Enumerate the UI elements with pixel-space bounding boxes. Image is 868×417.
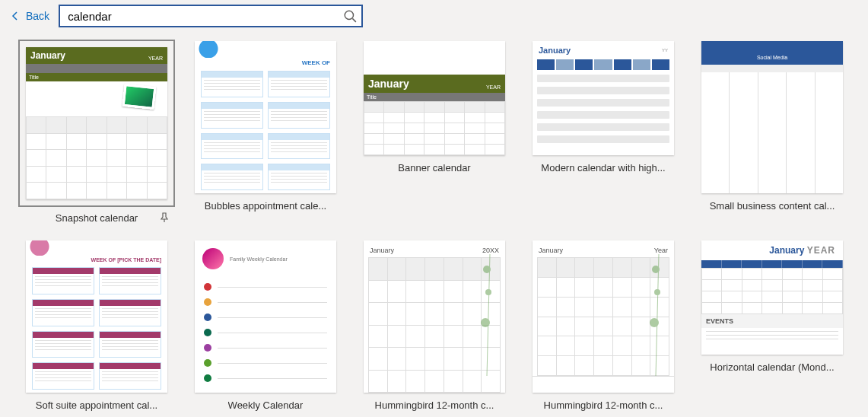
template-label: Soft suite appointment cal... — [36, 399, 157, 411]
svg-point-6 — [650, 318, 659, 327]
search-input[interactable] — [59, 5, 363, 27]
svg-point-0 — [345, 11, 353, 19]
search-box — [59, 5, 363, 27]
template-label: Hummingbird 12-month c... — [544, 399, 663, 411]
template-card-modern[interactable]: JanuaryYY Modern calendar with high... — [523, 40, 683, 228]
template-card-hummingbird-a[interactable]: January20XX Hummingbird 12-month c... — [355, 239, 514, 415]
thumb-year: 20XX — [482, 247, 499, 254]
svg-point-5 — [654, 289, 660, 295]
thumb-year: YEAR — [807, 245, 835, 256]
svg-point-3 — [481, 318, 490, 327]
template-card-bubbles[interactable]: WEEK OF Bubbles appointment cale... — [186, 40, 345, 228]
template-label: Snapshot calendar — [56, 212, 138, 224]
template-label: Bubbles appointment cale... — [205, 200, 326, 212]
back-button[interactable]: Back — [9, 10, 49, 22]
svg-point-2 — [485, 289, 491, 295]
thumb-weekof: WEEK OF — [195, 58, 336, 68]
template-card-snapshot[interactable]: JanuaryYEAR Title Snapshot calendar — [17, 40, 176, 228]
svg-point-1 — [483, 266, 491, 273]
thumb-month: January — [368, 78, 409, 90]
thumb-events: EVENTS — [701, 314, 843, 328]
thumb-year: Year — [654, 247, 668, 254]
thumb-avatar — [202, 248, 224, 269]
thumb-month: January — [30, 50, 65, 61]
template-label: Horizontal calendar (Mond... — [710, 361, 834, 373]
template-card-softsuite[interactable]: WEEK OF [PICK THE DATE] Soft suite appoi… — [17, 239, 176, 415]
thumb-month: January — [539, 46, 571, 55]
thumb-title: Title — [26, 73, 167, 81]
header: Back — [0, 0, 868, 35]
thumb-weekly-title: Family Weekly Calendar — [230, 256, 288, 262]
template-label: Modern calendar with high... — [541, 162, 665, 173]
back-label: Back — [26, 10, 49, 22]
pin-icon[interactable] — [158, 212, 170, 224]
template-card-hummingbird-b[interactable]: JanuaryYear Hummingbird 12-month c... — [523, 239, 683, 415]
thumb-month: January — [370, 247, 394, 254]
template-card-horizontal[interactable]: January YEAR EVENTS Horizontal calendar … — [692, 239, 852, 415]
template-label: Hummingbird 12-month c... — [375, 399, 494, 411]
template-label: Small business content cal... — [710, 200, 835, 212]
template-card-smallbiz[interactable]: Social Media Small business content cal.… — [692, 40, 852, 228]
thumb-social: Social Media — [757, 55, 787, 60]
thumb-photo — [122, 84, 157, 110]
thumb-year: YEAR — [486, 84, 501, 90]
hummingbird-icon — [466, 254, 496, 376]
template-card-weekly[interactable]: Family Weekly Calendar Weekly Calendar — [186, 239, 345, 415]
search-icon[interactable] — [343, 9, 357, 23]
template-label: Weekly Calendar — [228, 399, 304, 411]
template-card-banner[interactable]: JanuaryYEAR Title Banner calendar — [355, 40, 514, 228]
template-grid: JanuaryYEAR Title Snapshot calendar WEEK… — [0, 35, 868, 415]
template-label: Banner calendar — [398, 162, 470, 173]
thumb-grid — [26, 116, 167, 199]
back-arrow-icon — [9, 10, 21, 22]
thumb-year: YEAR — [148, 56, 163, 61]
thumb-month: January — [769, 245, 804, 256]
thumb-title: Title — [364, 93, 505, 101]
svg-point-4 — [652, 266, 660, 273]
hummingbird-icon — [634, 254, 665, 376]
thumb-yy: YY — [662, 48, 668, 53]
thumb-month: January — [539, 247, 563, 254]
thumb-pinkweek: WEEK OF [PICK THE DATE] — [26, 256, 167, 264]
